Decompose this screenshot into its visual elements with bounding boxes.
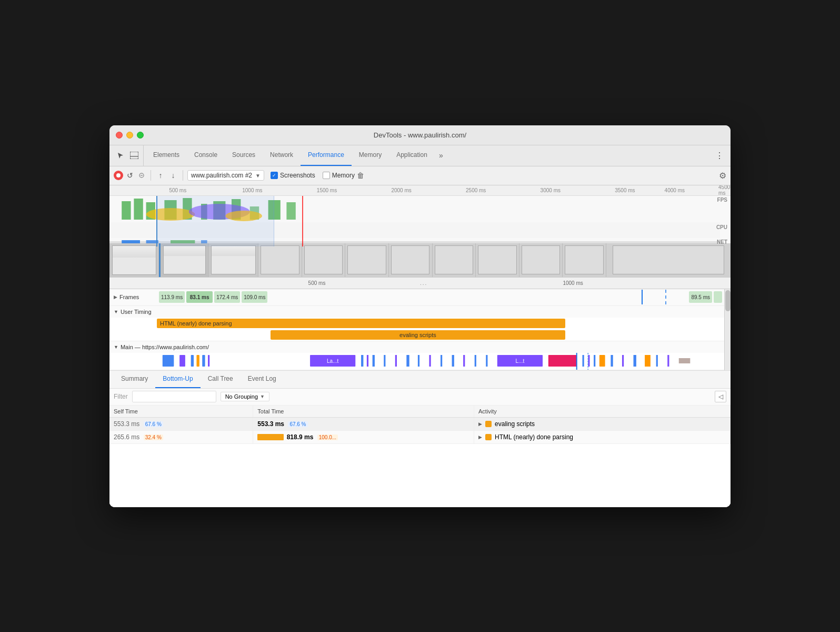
reload-and-record-button[interactable]: ↺	[125, 171, 135, 180]
svg-point-19	[225, 211, 262, 221]
tab-console[interactable]: Console	[187, 145, 225, 166]
timeline-vertical-scrollbar[interactable]	[724, 289, 731, 370]
tab-memory[interactable]: Memory	[352, 145, 389, 166]
svg-rect-40	[406, 355, 409, 367]
svg-rect-62	[667, 355, 669, 367]
cpu-chart	[109, 222, 720, 238]
timeline-detail: ▶ Frames 113.9 ms 83.1 ms 172.4 ms	[109, 289, 731, 371]
total-time-ms-1: 818.9 ms	[287, 433, 314, 441]
evaling-timing-bar[interactable]: evaling scripts	[271, 330, 566, 340]
svg-point-2	[116, 173, 121, 177]
tab-application[interactable]: Application	[389, 145, 435, 166]
toolbar-separator-2	[183, 170, 183, 181]
total-time-cell-0: 553.3 ms 67.6 %	[253, 417, 474, 430]
minimize-button[interactable]	[126, 132, 133, 139]
activity-color-0	[485, 421, 492, 427]
screenshot-thumb-1[interactable]	[109, 243, 159, 278]
main-expand-icon[interactable]: ▼	[114, 344, 118, 350]
svg-rect-27	[163, 355, 174, 367]
screenshot-thumb-9[interactable]	[476, 243, 519, 278]
screenshot-thumb-8[interactable]	[433, 243, 476, 278]
frame-block-2[interactable]: 172.4 ms	[214, 291, 240, 303]
tab-summary[interactable]: Summary	[114, 370, 155, 388]
timeline-tracks: ▶ Frames 113.9 ms 83.1 ms 172.4 ms	[109, 289, 724, 370]
url-selector[interactable]: www.paulirish.com #2 ▼	[187, 170, 264, 181]
screenshot-thumb-6[interactable]	[345, 243, 389, 278]
screenshot-thumb-5[interactable]	[302, 243, 346, 278]
collapse-panel-button[interactable]: ◁	[715, 391, 726, 402]
dock-icon[interactable]	[129, 151, 139, 160]
svg-rect-60	[645, 355, 651, 367]
upload-button[interactable]: ↑	[155, 170, 166, 181]
main-thread-section: ▼ Main — https://www.paulirish.com/	[109, 341, 724, 370]
memory-checkbox-group[interactable]: Memory	[323, 172, 355, 179]
screenshot-thumb-10[interactable]	[519, 243, 563, 278]
svg-rect-50	[548, 355, 577, 367]
svg-text:L...t: L...t	[516, 358, 525, 364]
col-header-self-time[interactable]: Self Time	[109, 406, 253, 418]
stop-recording-button[interactable]	[137, 171, 146, 180]
activity-table: Self Time Total Time Activity 553.3 ms 6…	[109, 406, 731, 444]
screenshot-thumb-11[interactable]	[563, 243, 606, 278]
tab-performance[interactable]: Performance	[301, 145, 352, 166]
frame-block-4[interactable]: 89.5 ms	[689, 291, 712, 303]
tab-elements[interactable]: Elements	[146, 145, 187, 166]
filter-label: Filter	[114, 393, 128, 400]
screenshot-thumb-7[interactable]	[389, 243, 433, 278]
frame-dashed-line-1	[665, 290, 666, 304]
table-row-0: 553.3 ms 67.6 % 553.3 ms 67.6 % ▶	[109, 417, 731, 430]
frame-block-3[interactable]: 109.0 ms	[242, 291, 267, 303]
row-expand-0[interactable]: ▶	[478, 421, 482, 427]
settings-button[interactable]: ⚙	[719, 171, 726, 181]
timeline-scroll-thumb[interactable]	[725, 290, 731, 311]
cpu-label: CPU	[716, 224, 727, 230]
close-button[interactable]	[116, 132, 123, 139]
screenshot-thumb-12[interactable]	[606, 243, 731, 278]
row-expand-1[interactable]: ▶	[478, 434, 482, 440]
screenshot-thumb-2[interactable]	[159, 243, 208, 278]
user-timing-header: ▼ User Timing	[109, 306, 724, 318]
tab-network[interactable]: Network	[263, 145, 301, 166]
col-header-total-time[interactable]: Total Time	[253, 406, 474, 418]
html-timing-bar[interactable]: HTML (nearly) done parsing	[157, 319, 565, 328]
user-timing-expand-icon[interactable]: ▼	[114, 309, 118, 314]
more-tabs-button[interactable]: »	[435, 145, 447, 166]
frame-block-1[interactable]: 83.1 ms	[186, 291, 213, 303]
devtools-menu-button[interactable]: ⋮	[715, 151, 724, 160]
ruler-tick-1500: 1500 ms	[317, 187, 337, 193]
thread-activity-row: La...t	[109, 353, 724, 370]
tab-bar-end: ⋮	[715, 145, 728, 166]
maximize-button[interactable]	[137, 132, 144, 139]
filter-input[interactable]	[132, 391, 216, 402]
frames-expand-icon[interactable]: ▶	[114, 294, 117, 300]
memory-checkbox[interactable]	[323, 172, 330, 179]
svg-rect-41	[418, 355, 419, 367]
clear-button[interactable]: 🗑	[357, 171, 364, 180]
screenshots-checkbox[interactable]: ✓	[271, 172, 278, 179]
tab-sources[interactable]: Sources	[225, 145, 263, 166]
tab-bottom-up[interactable]: Bottom-Up	[155, 370, 200, 388]
tab-event-log[interactable]: Event Log	[241, 370, 284, 388]
activity-color-1	[485, 434, 492, 440]
record-button[interactable]	[114, 171, 123, 180]
grouping-chevron-icon: ▼	[260, 394, 265, 399]
timeline-ruler: 500 ms 1000 ms 1500 ms 2000 ms 2500 ms 3…	[109, 185, 731, 196]
fps-label: FPS	[717, 197, 727, 203]
checkbox-group: ✓ Screenshots Memory	[271, 172, 355, 179]
screenshot-thumb-3[interactable]	[209, 243, 258, 278]
cursor-icon[interactable]	[116, 151, 125, 160]
screenshot-thumb-4[interactable]	[258, 243, 302, 278]
timeline-overview[interactable]: 500 ms 1000 ms 1500 ms 2000 ms 2500 ms 3…	[109, 185, 731, 278]
table-empty-area	[109, 444, 731, 507]
screenshots-checkbox-group[interactable]: ✓ Screenshots	[271, 172, 315, 179]
download-button[interactable]: ↓	[168, 170, 178, 181]
frame-block-small[interactable]	[714, 291, 722, 303]
col-header-activity[interactable]: Activity	[474, 406, 731, 418]
grouping-select[interactable]: No Grouping ▼	[221, 392, 269, 401]
screenshot-strip[interactable]	[109, 243, 731, 278]
main-thread-label: Main — https://www.paulirish.com/	[121, 344, 209, 350]
svg-rect-6	[134, 199, 143, 220]
tab-call-tree[interactable]: Call Tree	[201, 370, 241, 388]
frame-block-0[interactable]: 113.9 ms	[159, 291, 185, 303]
svg-rect-0	[130, 152, 138, 159]
